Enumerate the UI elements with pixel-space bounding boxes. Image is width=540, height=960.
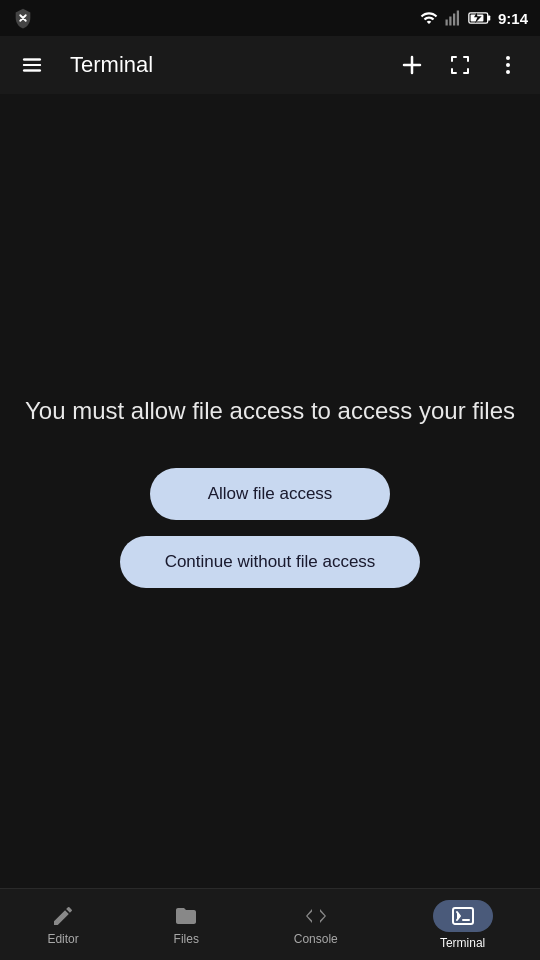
- svg-point-11: [506, 63, 510, 67]
- svg-rect-2: [453, 14, 455, 26]
- more-options-button[interactable]: [488, 45, 528, 85]
- svg-rect-1: [449, 17, 451, 26]
- svg-point-10: [506, 56, 510, 60]
- more-vert-icon: [496, 53, 520, 77]
- svg-rect-0: [445, 20, 447, 26]
- status-left: [12, 7, 34, 29]
- terminal-icon: [451, 904, 475, 928]
- app-bar-actions: [392, 45, 528, 85]
- allow-file-access-button[interactable]: Allow file access: [150, 468, 390, 520]
- svg-rect-13: [453, 908, 473, 924]
- fullscreen-icon: [448, 53, 472, 77]
- add-button[interactable]: [392, 45, 432, 85]
- hamburger-icon: [21, 54, 43, 76]
- permission-message: You must allow file access to access you…: [25, 394, 515, 428]
- nav-item-editor[interactable]: Editor: [31, 896, 94, 954]
- console-icon: [304, 904, 328, 928]
- menu-button[interactable]: [12, 45, 52, 85]
- shield-off-icon: [12, 7, 34, 29]
- console-label: Console: [294, 932, 338, 946]
- nav-item-files[interactable]: Files: [158, 896, 215, 954]
- svg-rect-5: [488, 15, 491, 20]
- svg-point-12: [506, 70, 510, 74]
- editor-label: Editor: [47, 932, 78, 946]
- status-time: 9:14: [498, 10, 528, 27]
- files-label: Files: [174, 932, 199, 946]
- svg-rect-8: [24, 64, 41, 66]
- fullscreen-button[interactable]: [440, 45, 480, 85]
- signal-icon: [444, 9, 462, 27]
- nav-item-console[interactable]: Console: [278, 896, 354, 954]
- nav-item-terminal[interactable]: Terminal: [417, 892, 509, 958]
- app-title: Terminal: [70, 52, 382, 78]
- battery-icon: [468, 9, 492, 27]
- terminal-active-bg: [433, 900, 493, 932]
- wifi-icon: [420, 9, 438, 27]
- app-bar: Terminal: [0, 36, 540, 94]
- svg-rect-3: [457, 11, 459, 26]
- status-bar: 9:14: [0, 0, 540, 36]
- continue-without-access-button[interactable]: Continue without file access: [120, 536, 420, 588]
- files-icon: [174, 904, 198, 928]
- svg-rect-9: [24, 70, 41, 72]
- terminal-label: Terminal: [440, 936, 485, 950]
- editor-icon: [51, 904, 75, 928]
- svg-rect-7: [24, 59, 41, 61]
- main-content: You must allow file access to access you…: [0, 94, 540, 888]
- bottom-nav: Editor Files Console Termina: [0, 888, 540, 960]
- add-icon: [400, 53, 424, 77]
- status-right: 9:14: [420, 9, 528, 27]
